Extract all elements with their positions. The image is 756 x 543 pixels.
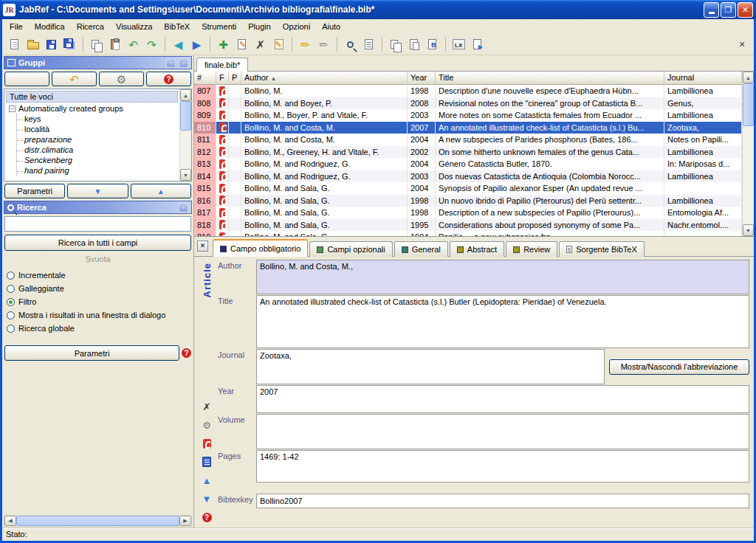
entry-row-817[interactable]: 817Bollino, M. and Sala, G.1998Descripti… — [194, 207, 742, 219]
entry-row-819[interactable]: 819Bollino, M. and Sala, G.1994Papilio .… — [194, 231, 742, 236]
tree-scroll-up-button[interactable]: ▲ — [180, 89, 191, 101]
column-header-journal[interactable]: Journal — [664, 72, 742, 85]
group-item-all-entries[interactable]: Tutte le voci — [6, 91, 178, 103]
hscroll-thumb[interactable] — [16, 516, 179, 526]
new-database-button[interactable] — [5, 35, 24, 54]
entry-row-816[interactable]: 816Bollino, M. and Sala, G.1998Un nuovo … — [194, 195, 742, 207]
open-database-button[interactable] — [24, 35, 42, 54]
search-option-mostra-i-risultati-in-una-finestra-di-dialogo[interactable]: Mostra i risultati in una finestra di di… — [4, 308, 192, 322]
menu-ricerca[interactable]: Ricerca — [71, 20, 110, 33]
entry-row-812[interactable]: 812Bollino, M., Greeney, H. and Vitale, … — [194, 146, 742, 159]
group-item-distr-climatica[interactable]: distr.climatica — [17, 145, 179, 155]
search-option-filtro[interactable]: Filtro — [4, 295, 192, 308]
field-input-pages[interactable] — [256, 450, 749, 483]
editor-help-button[interactable]: ? — [199, 511, 214, 523]
group-item-senckenberg[interactable]: Senckenberg — [17, 155, 179, 165]
table-scroll-track[interactable] — [743, 126, 754, 224]
tree-toggle-icon[interactable]: − — [9, 106, 16, 112]
copy-bibtex-button[interactable] — [423, 35, 441, 54]
entry-row-811[interactable]: 811Bollino, M. and Costa, M.2004A new su… — [194, 134, 742, 146]
entry-row-813[interactable]: 813Bollino, M. and Rodriguez, G.2004Géne… — [194, 158, 742, 170]
forward-button[interactable]: ▶ — [188, 35, 206, 54]
copy-cite-button[interactable] — [405, 35, 423, 54]
entry-row-807[interactable]: 807Bollino, M.1998Description d'une nouv… — [194, 85, 742, 97]
group-settings-button[interactable]: ⚙ — [99, 72, 144, 86]
next-entry-button[interactable]: ▼ — [199, 493, 214, 505]
new-entry-button[interactable]: ✚ — [214, 35, 233, 54]
unmark-entries-button[interactable]: ✏ — [315, 35, 333, 54]
edit-entry-button[interactable] — [233, 35, 251, 54]
redo-button[interactable]: ↷ — [142, 35, 161, 54]
search-parameters-button[interactable]: Parametri — [4, 345, 179, 361]
column-header-f[interactable]: F — [216, 72, 229, 85]
group-item-automatically-created-groups[interactable]: −Automatically created groups — [4, 103, 179, 114]
entry-row-809[interactable]: 809Bollino, M., Boyer, P. and Vitale, F.… — [194, 109, 742, 122]
move-group-down-button[interactable]: ▼ — [67, 184, 128, 198]
group-item-keys[interactable]: keys — [17, 114, 179, 124]
file-tab-finale[interactable]: finale.bib* — [196, 58, 248, 72]
column-header-[interactable]: # — [194, 72, 216, 85]
editor-tab-sorgente-bibtex[interactable]: Sorgente BibTeX — [559, 241, 645, 257]
previous-entry-button[interactable]: ▲ — [199, 474, 214, 486]
search-results-button[interactable] — [360, 35, 378, 54]
column-header-title[interactable]: Title — [436, 72, 664, 85]
push-to-application-button[interactable] — [468, 35, 487, 54]
save-all-button[interactable] — [61, 35, 79, 54]
menu-visualizza[interactable]: Visualizza — [110, 20, 158, 33]
table-scroll-thumb[interactable] — [743, 83, 754, 126]
column-header-author[interactable]: Author▲ — [241, 72, 408, 85]
edit-preamble-button[interactable] — [269, 35, 288, 54]
paste-button[interactable] — [106, 35, 124, 54]
menu-aiuto[interactable]: Aiuto — [316, 20, 346, 33]
close-button[interactable]: ✕ — [738, 2, 753, 18]
search-option-galleggiante[interactable]: Galleggiante — [4, 282, 192, 295]
menu-file[interactable]: File — [4, 20, 29, 33]
search-all-fields-button[interactable]: Ricerca in tutti i campi — [4, 235, 191, 251]
search-option-incrementale[interactable]: Incrementale — [4, 269, 192, 282]
entry-row-810[interactable]: 810Bollino, M. and Costa, M.2007An annot… — [194, 122, 742, 134]
menu-strumenti[interactable]: Strumenti — [196, 20, 242, 33]
copy-key-button[interactable] — [386, 35, 405, 54]
search-input[interactable] — [4, 216, 191, 232]
new-group-button[interactable] — [4, 72, 49, 86]
menu-opzioni[interactable]: Opzioni — [277, 20, 316, 33]
clear-search-button[interactable]: Svuota — [4, 252, 192, 266]
editor-tab-campo-obbligatorio[interactable]: Campo obbligatorio — [213, 239, 308, 257]
mark-entries-button[interactable]: ✏ — [296, 35, 315, 54]
open-url-button[interactable] — [199, 456, 214, 468]
generate-key-button[interactable]: ✗ — [199, 401, 214, 412]
field-input-bibtexkey[interactable] — [256, 494, 749, 508]
entry-row-808[interactable]: 808Bollino, M. and Boyer, P.2008Revision… — [194, 97, 742, 110]
search-button[interactable] — [341, 35, 360, 54]
tree-scroll-track[interactable] — [180, 131, 191, 169]
editor-tab-general[interactable]: General — [394, 241, 448, 257]
entry-row-815[interactable]: 815Bollino, M. and Sala, G.2004Synopsis … — [194, 182, 742, 195]
undo-group-button[interactable]: ↶ — [52, 72, 97, 86]
group-item-preparazione[interactable]: preparazione — [17, 134, 179, 145]
field-input-author[interactable] — [256, 260, 749, 294]
back-button[interactable]: ◀ — [169, 35, 188, 54]
maximize-button[interactable]: ❐ — [721, 2, 736, 18]
table-scroll-up-button[interactable]: ▲ — [743, 72, 754, 83]
move-group-up-button[interactable]: ▲ — [131, 184, 191, 198]
hscroll-left-button[interactable]: ◀ — [4, 516, 16, 526]
toolbar-close-button[interactable]: ✕ — [736, 38, 748, 50]
table-scroll-down-button[interactable]: ▼ — [743, 224, 754, 236]
field-input-journal[interactable] — [256, 349, 605, 384]
journal-abbreviation-button[interactable]: Mostra/Nascondi l'abbreviazione — [609, 359, 749, 375]
entry-row-818[interactable]: 818Bollino, M. and Sala, G.1995Considera… — [194, 219, 742, 232]
edit-strings-button[interactable]: ✗ — [251, 35, 269, 54]
group-help-button[interactable]: ? — [146, 72, 191, 86]
menu-bibtex[interactable]: BibTeX — [158, 20, 196, 33]
copy-button[interactable] — [87, 35, 106, 54]
group-item-hand-pairing[interactable]: hand pairing — [17, 165, 179, 176]
tree-scroll-down-button[interactable]: ▼ — [180, 169, 191, 181]
group-parameters-button[interactable]: Parametri — [4, 184, 65, 198]
tree-scroll-thumb[interactable] — [180, 101, 191, 131]
group-item-localit[interactable]: località — [17, 124, 179, 134]
column-header-p[interactable]: P — [229, 72, 241, 85]
groups-panel-option-button-1[interactable]: ▫ — [166, 58, 176, 68]
open-pdf-button[interactable] — [199, 437, 214, 449]
field-input-title[interactable] — [256, 295, 749, 348]
autoset-links-button[interactable]: ⚙ — [199, 419, 214, 431]
